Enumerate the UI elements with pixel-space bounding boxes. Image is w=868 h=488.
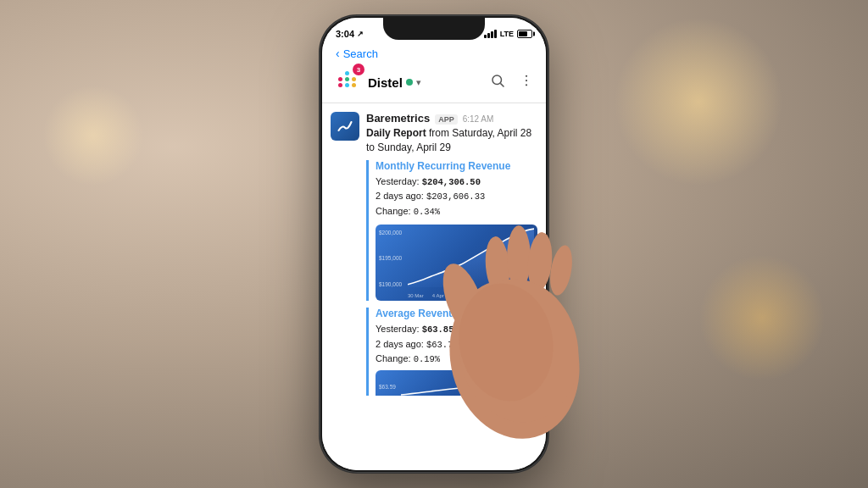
svg-point-12 bbox=[526, 84, 527, 86]
channel-name: Distel bbox=[368, 75, 403, 90]
chart-y-label-top: $200,000 bbox=[379, 230, 402, 236]
svg-rect-1 bbox=[338, 77, 342, 81]
battery-fill bbox=[519, 31, 527, 36]
channel-name-group: Distel ▾ bbox=[368, 75, 421, 90]
svg-rect-4 bbox=[345, 77, 349, 81]
phone-mockup: 3:04 ↗ LTE bbox=[320, 15, 548, 473]
direction-arrow: ↗ bbox=[357, 30, 364, 38]
signal-bar-4 bbox=[494, 30, 497, 38]
back-arrow-icon: ‹ bbox=[336, 47, 340, 60]
online-indicator bbox=[406, 79, 413, 86]
notification-badge: 3 bbox=[353, 64, 364, 75]
sender-name: Baremetrics bbox=[366, 112, 430, 125]
svg-rect-5 bbox=[345, 83, 349, 87]
chart-y-label-bot: $190,000 bbox=[379, 281, 402, 287]
svg-rect-2 bbox=[338, 83, 342, 87]
channel-info[interactable]: 3 Distel ▾ bbox=[334, 67, 421, 97]
svg-line-9 bbox=[500, 83, 504, 86]
svg-rect-7 bbox=[352, 83, 356, 87]
svg-point-11 bbox=[526, 79, 527, 80]
signal-bar-2 bbox=[487, 33, 490, 38]
app-badge: APP bbox=[435, 114, 458, 125]
signal-bar-1 bbox=[484, 35, 487, 38]
channel-header: 3 Distel ▾ bbox=[322, 62, 546, 103]
search-button[interactable] bbox=[490, 73, 505, 92]
signal-strength bbox=[484, 30, 497, 38]
status-right-icons: LTE bbox=[484, 30, 532, 38]
channel-actions bbox=[490, 73, 534, 92]
svg-rect-6 bbox=[352, 77, 356, 81]
svg-rect-3 bbox=[345, 71, 349, 75]
hand-svg bbox=[430, 147, 599, 444]
time-display: 3:04 bbox=[336, 29, 354, 39]
svg-point-8 bbox=[492, 75, 502, 85]
battery-icon bbox=[517, 30, 532, 38]
phone-notch bbox=[383, 18, 485, 40]
svg-point-10 bbox=[526, 75, 527, 76]
more-options-button[interactable] bbox=[519, 73, 534, 92]
arpu-chart-y-label: $63.59 bbox=[379, 384, 396, 390]
chart-y-label-mid: $195,000 bbox=[379, 255, 402, 261]
signal-bar-3 bbox=[491, 31, 493, 38]
chart-x-label-1: 30 Mar bbox=[408, 293, 424, 298]
slack-logo-wrapper: 3 bbox=[334, 67, 361, 97]
channel-chevron-icon: ▾ bbox=[416, 77, 421, 88]
back-navigation[interactable]: ‹ Search bbox=[322, 45, 546, 62]
message-time: 6:12 AM bbox=[463, 114, 494, 124]
lte-label: LTE bbox=[500, 30, 514, 38]
sender-avatar bbox=[331, 112, 359, 141]
hand-overlay bbox=[430, 147, 599, 447]
back-label: Search bbox=[343, 47, 378, 60]
status-time: 3:04 ↗ bbox=[336, 29, 364, 39]
message-header: Baremetrics APP 6:12 AM bbox=[366, 112, 537, 125]
